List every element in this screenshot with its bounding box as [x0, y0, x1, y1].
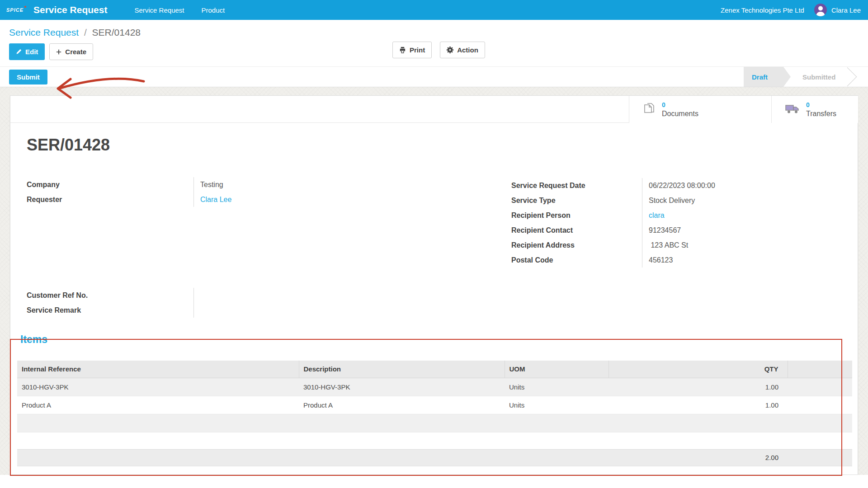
- total-empty: [17, 449, 609, 466]
- table-cell: [788, 414, 852, 432]
- breadcrumb-parent-link[interactable]: Service Request: [9, 27, 79, 38]
- submit-button[interactable]: Submit: [9, 70, 47, 84]
- field-value: Stock Delivery: [649, 193, 800, 208]
- breadcrumb: Service Request / SER/01428: [9, 27, 859, 38]
- field-label: Service Request Date: [511, 178, 642, 193]
- field-value-link[interactable]: Clara Lee: [200, 192, 401, 207]
- status-pipeline: DraftSubmittedProcessing: [744, 67, 868, 87]
- field-label: Recipient Person: [511, 208, 642, 223]
- field-value: 91234567: [649, 223, 800, 238]
- total-row: 2.00: [17, 449, 852, 466]
- sheet-body: SER/01428 CompanyRequesterTestingClara L…: [10, 123, 858, 466]
- table-row[interactable]: [17, 414, 852, 432]
- gear-icon: [447, 47, 453, 53]
- column-header-qty[interactable]: QTY: [609, 361, 788, 378]
- brand-logo[interactable]: SPICE: [6, 7, 24, 13]
- table-cell: [299, 414, 505, 432]
- action-button[interactable]: Action: [440, 42, 485, 58]
- field-value-link[interactable]: clara: [649, 208, 800, 223]
- user-avatar[interactable]: [814, 4, 827, 16]
- field-values: 06/22/2023 08:00:00Stock Deliveryclara91…: [642, 178, 800, 267]
- stage-submitted[interactable]: Submitted: [791, 67, 847, 87]
- top-navbar: SPICE Service Request Service RequestPro…: [0, 0, 868, 20]
- plus-icon: [56, 49, 61, 55]
- menu-item-product[interactable]: Product: [202, 6, 225, 14]
- table-cell: 1.00: [609, 378, 788, 396]
- column-header-description[interactable]: Description: [299, 361, 505, 378]
- user-menu[interactable]: Clara Lee: [831, 6, 861, 14]
- transfers-count: 0: [806, 101, 810, 108]
- truck-icon: [785, 104, 800, 115]
- pencil-icon: [16, 49, 22, 55]
- edit-button[interactable]: Edit: [9, 43, 45, 60]
- field-label: Postal Code: [511, 253, 642, 267]
- stage-chevron-separator: [847, 67, 863, 87]
- create-button[interactable]: Create: [49, 43, 93, 60]
- table-cell: Units: [505, 378, 609, 396]
- field-label: Customer Ref No.: [27, 288, 193, 303]
- field-group-left: CompanyRequesterTestingClara Lee: [27, 177, 401, 207]
- field-labels: Customer Ref No.Service Remark: [27, 288, 193, 318]
- table-cell: [788, 378, 852, 396]
- documents-icon: [643, 103, 656, 116]
- stage-draft[interactable]: Draft: [744, 67, 791, 87]
- column-header-internal-reference[interactable]: Internal Reference: [17, 361, 299, 378]
- documents-smart-button[interactable]: 0Documents: [629, 96, 771, 123]
- items-table: Internal ReferenceDescriptionUOMQTY 3010…: [17, 361, 852, 466]
- table-cell: Units: [505, 396, 609, 414]
- record-title: SER/01428: [17, 136, 848, 155]
- center-actions: Print Action: [392, 42, 485, 58]
- action-button-label: Action: [457, 46, 478, 54]
- field-label: Company: [27, 177, 193, 192]
- user-icon: [814, 4, 827, 16]
- table-cell: [788, 396, 852, 414]
- field-label: Service Remark: [27, 303, 193, 318]
- main-content: 0Documents 0Transfers SER/01428 CompanyR…: [0, 87, 868, 475]
- spacer-cell: [17, 432, 852, 449]
- breadcrumb-row: Service Request / SER/01428: [0, 20, 868, 38]
- field-value: Testing: [200, 177, 401, 192]
- status-bar: Submit DraftSubmittedProcessing: [0, 66, 868, 87]
- actions-row: Edit Create Print Action: [0, 38, 868, 66]
- transfers-label: Transfers: [806, 110, 836, 117]
- transfers-smart-button[interactable]: 0Transfers: [771, 96, 858, 123]
- app-title: Service Request: [33, 5, 107, 15]
- field-label: Service Type: [511, 193, 642, 208]
- items-table-header: Internal ReferenceDescriptionUOMQTY: [17, 361, 852, 378]
- printer-icon: [399, 47, 406, 53]
- qty-total: 2.00: [609, 449, 788, 466]
- field-labels: CompanyRequester: [27, 177, 193, 207]
- field-value: 06/22/2023 08:00:00: [649, 178, 800, 193]
- navbar-right: Zenex Technologies Pte Ltd Clara Lee: [721, 4, 861, 16]
- field-value: 123 ABC St: [649, 238, 800, 253]
- field-labels: Service Request DateService TypeRecipien…: [511, 178, 642, 267]
- table-cell: Product A: [299, 396, 505, 414]
- table-cell: 1.00: [609, 396, 788, 414]
- table-cell: [505, 414, 609, 432]
- logo-mark: [24, 6, 26, 8]
- company-switcher[interactable]: Zenex Technologies Pte Ltd: [721, 6, 804, 14]
- table-cell: 3010-HGV-3PK: [299, 378, 505, 396]
- menu-item-service-request[interactable]: Service Request: [134, 6, 184, 14]
- spacer-row: [17, 432, 852, 449]
- table-row[interactable]: 3010-HGV-3PK3010-HGV-3PKUnits1.00: [17, 378, 852, 396]
- table-row[interactable]: Product AProduct AUnits1.00: [17, 396, 852, 414]
- field-label: Requester: [27, 192, 193, 207]
- field-value: 456123: [649, 253, 800, 267]
- breadcrumb-separator: /: [84, 27, 87, 38]
- column-header-uom[interactable]: UOM: [505, 361, 609, 378]
- column-header-empty[interactable]: [788, 361, 852, 378]
- print-button-label: Print: [410, 46, 425, 54]
- print-button[interactable]: Print: [392, 42, 432, 58]
- table-cell: 3010-HGV-3PK: [17, 378, 299, 396]
- field-label: Recipient Contact: [511, 223, 642, 238]
- field-values: [193, 288, 401, 318]
- field-values: TestingClara Lee: [193, 177, 401, 207]
- documents-count: 0: [662, 101, 665, 108]
- field-value: [200, 288, 401, 303]
- record-sheet: 0Documents 0Transfers SER/01428 CompanyR…: [10, 95, 858, 475]
- table-cell: Product A: [17, 396, 299, 414]
- create-button-label: Create: [65, 48, 86, 56]
- field-value: [200, 303, 401, 318]
- stage-processing[interactable]: Processing: [863, 67, 868, 87]
